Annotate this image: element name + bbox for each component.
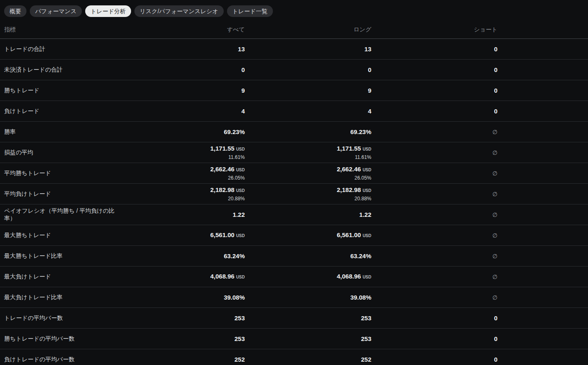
value-cell-all: 252	[118, 349, 245, 365]
value-text: 253	[234, 315, 245, 322]
value-cell-long: 13	[245, 39, 371, 59]
currency-suffix: USD	[236, 275, 245, 279]
value-cell-long: 63.24%	[245, 246, 371, 266]
value-cell-short: 0	[371, 60, 497, 80]
metric-label: 負けトレードの平均バー数	[0, 349, 118, 365]
value-text: ∅	[492, 232, 497, 239]
value-text: 13	[364, 46, 371, 53]
value-cell-short: ∅	[371, 184, 497, 204]
currency-suffix: USD	[363, 188, 371, 193]
value-text: 1.22	[359, 211, 371, 218]
table-row: 勝率69.23%69.23%∅	[0, 122, 588, 142]
report-tabs: 概要パフォーマンストレード分析リスク/パフォーマンスレシオトレード一覧	[0, 0, 588, 21]
value-text: 1,171.55	[210, 145, 234, 152]
value-cell-all: 63.24%	[118, 246, 245, 266]
value-text: 252	[234, 356, 245, 363]
value-text: 1,171.55	[337, 145, 361, 152]
value-text: 0	[368, 66, 371, 73]
value-cell-short: ∅	[371, 122, 497, 142]
value-cell-long: 39.08%	[245, 287, 371, 307]
value-cell-all: 4	[118, 101, 245, 121]
value-cell-long: 4	[245, 101, 371, 121]
table-row: 未決済トレードの合計000	[0, 60, 588, 80]
value-cell-short: ∅	[371, 246, 497, 266]
value-cell-all: 0	[118, 60, 245, 80]
value-text: 6,561.00	[210, 231, 234, 238]
value-cell-long: 4,068.96USD	[245, 267, 371, 287]
metric-label: 負けトレード	[0, 101, 118, 121]
value-text: 63.24%	[350, 252, 371, 259]
strategy-tester-trade-analysis-panel: 概要パフォーマンストレード分析リスク/パフォーマンスレシオトレード一覧 指標 す…	[0, 0, 588, 365]
value-text: ∅	[492, 211, 497, 218]
tab-trade-analysis[interactable]: トレード分析	[85, 5, 131, 17]
value-cell-all: 6,561.00USD	[118, 225, 245, 245]
table-row: 平均勝ちトレード2,662.46USD26.05%2,662.46USD26.0…	[0, 163, 588, 184]
value-text: 2,662.46	[337, 166, 361, 173]
value-text: 39.08%	[224, 294, 245, 301]
value-text: 253	[234, 335, 245, 342]
table-row: 負けトレード440	[0, 101, 588, 122]
table-row: 最大負けトレード比率39.08%39.08%∅	[0, 287, 588, 308]
value-cell-short: 0	[371, 349, 497, 365]
value-text: ∅	[492, 274, 497, 280]
value-cell-short: 0	[371, 39, 497, 59]
value-text: 1.22	[233, 211, 245, 218]
currency-suffix: USD	[236, 168, 245, 172]
value-percent-sub: 11.61%	[355, 154, 371, 161]
value-cell-long: 252	[245, 349, 371, 365]
value-percent-sub: 20.88%	[354, 195, 371, 202]
value-cell-short: ∅	[371, 287, 497, 307]
value-text: 0	[494, 315, 497, 322]
value-cell-long: 2,182.98USD20.88%	[245, 184, 371, 204]
tab-performance[interactable]: パフォーマンス	[30, 5, 82, 17]
value-text: 252	[361, 356, 371, 363]
value-text: ∅	[492, 294, 497, 301]
value-cell-short: ∅	[371, 142, 497, 163]
value-cell-all: 13	[118, 39, 245, 59]
value-percent-sub: 26.05%	[354, 174, 371, 182]
value-text: 253	[361, 315, 371, 322]
value-cell-all: 4,068.96USD	[118, 267, 245, 287]
table-body: トレードの合計13130未決済トレードの合計000勝ちトレード990負けトレード…	[0, 39, 588, 365]
table-header-row: 指標 すべて ロング ショート	[0, 21, 588, 39]
value-text: 0	[241, 66, 245, 73]
value-cell-long: 1,171.55USD11.61%	[245, 142, 371, 163]
value-text: 2,662.46	[210, 166, 234, 173]
value-text: 9	[241, 87, 245, 94]
value-cell-long: 1.22	[245, 204, 371, 225]
tab-overview[interactable]: 概要	[4, 5, 26, 17]
currency-suffix: USD	[236, 188, 245, 193]
value-text: 9	[368, 87, 371, 94]
value-text: 6,561.00	[337, 231, 361, 238]
metric-label: 最大勝ちトレード比率	[0, 246, 118, 266]
metric-label: 勝ちトレードの平均バー数	[0, 329, 118, 349]
column-header-short: ショート	[371, 21, 497, 38]
value-text: 0	[494, 46, 497, 53]
value-text: 4	[368, 108, 371, 115]
tab-list-of-trades[interactable]: トレード一覧	[227, 5, 273, 17]
value-cell-all: 69.23%	[118, 122, 245, 142]
currency-suffix: USD	[363, 275, 371, 279]
table-row: ペイオフレシオ（平均勝ち / 平均負けの比率）1.221.22∅	[0, 204, 588, 225]
tab-risk-performance-ratios[interactable]: リスク/パフォーマンスレシオ	[134, 5, 224, 17]
value-cell-short: 0	[371, 308, 497, 328]
value-text: ∅	[492, 191, 497, 197]
value-text: 0	[494, 66, 497, 73]
value-text: 0	[494, 356, 497, 363]
metric-label: 最大勝ちトレード	[0, 225, 118, 245]
value-cell-long: 253	[245, 308, 371, 328]
value-text: 2,182.98	[337, 186, 361, 193]
value-cell-all: 253	[118, 329, 245, 349]
value-text: 0	[494, 87, 497, 94]
table-row: 平均負けトレード2,182.98USD20.88%2,182.98USD20.8…	[0, 184, 588, 204]
column-header-metric: 指標	[0, 21, 118, 38]
metric-label: 平均勝ちトレード	[0, 163, 118, 183]
value-text: 0	[494, 335, 497, 342]
metric-label: 損益の平均	[0, 142, 118, 163]
value-cell-all: 2,182.98USD20.88%	[118, 184, 245, 204]
value-cell-long: 2,662.46USD26.05%	[245, 163, 371, 183]
value-cell-long: 9	[245, 80, 371, 101]
value-cell-all: 39.08%	[118, 287, 245, 307]
value-cell-all: 2,662.46USD26.05%	[118, 163, 245, 183]
table-row: 最大勝ちトレード比率63.24%63.24%∅	[0, 246, 588, 267]
